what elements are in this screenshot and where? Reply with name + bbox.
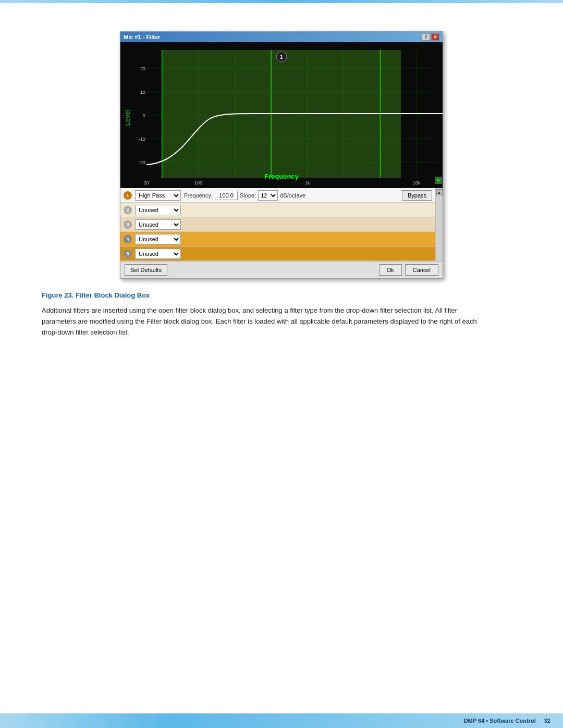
footer-product: DMP 64 • Software Control — [464, 718, 536, 724]
body-text: Additional filters are inserted using th… — [42, 305, 490, 338]
unit-label-1: dB/octave — [280, 192, 305, 199]
top-accent-bar — [0, 0, 563, 3]
filter-params-1: Frequency: Slope: 12 dB/octave — [184, 190, 305, 201]
cancel-button[interactable]: Cancel — [405, 264, 438, 276]
dialog-title: Mic #1 - Filter — [124, 34, 160, 40]
svg-text:▼: ▼ — [436, 178, 441, 183]
figure-label: Figure 23. — [42, 291, 74, 299]
row-number-1: 1 — [124, 191, 132, 200]
svg-text:Frequency: Frequency — [264, 172, 299, 180]
row-number-2: 2 — [124, 206, 132, 214]
filter-dialog-box: Mic #1 - Filter ? ✕ — [120, 31, 443, 279]
titlebar-buttons: ? ✕ — [422, 33, 439, 41]
dialog-bottom-bar: Set Defaults Ok Cancel — [120, 261, 443, 278]
filter-type-select-5[interactable]: Unused — [135, 249, 181, 259]
dialog-titlebar: Mic #1 - Filter ? ✕ — [120, 32, 443, 42]
filter-type-select-4[interactable]: Unused — [135, 234, 181, 244]
filter-rows: 1 High Pass Frequency: Slope: 12 — [120, 188, 435, 261]
svg-text:1: 1 — [280, 54, 283, 60]
filter-type-select-2[interactable]: Unused — [135, 205, 181, 215]
slope-label-1: Slope: — [240, 192, 256, 199]
figure-title: Filter Block Dialog Box — [76, 291, 150, 299]
filter-scrollbar: ▲ — [435, 188, 443, 261]
help-button[interactable]: ? — [422, 33, 430, 41]
slope-select-1[interactable]: 12 — [258, 190, 278, 201]
scroll-up-arrow[interactable]: ▲ — [436, 189, 443, 195]
footer-page: 32 — [544, 718, 550, 724]
freq-input-1[interactable] — [215, 191, 238, 200]
dialog-wrapper: Mic #1 - Filter ? ✕ — [42, 31, 521, 279]
svg-text:0: 0 — [143, 113, 145, 118]
row-number-5: 5 — [124, 250, 132, 258]
filter-row-1: 1 High Pass Frequency: Slope: 12 — [120, 188, 435, 203]
filter-chart: Level 20 10 0 -10 -20 20 100 1k 10k — [120, 42, 443, 188]
filter-type-select-1[interactable]: High Pass — [135, 190, 181, 201]
filter-row-5: 5 Unused — [120, 246, 435, 261]
set-defaults-button[interactable]: Set Defaults — [125, 264, 167, 276]
filter-row-2: 2 Unused — [120, 203, 435, 217]
filter-type-select-3[interactable]: Unused — [135, 219, 181, 230]
svg-text:1k: 1k — [305, 180, 310, 186]
ok-button[interactable]: Ok — [379, 264, 402, 276]
svg-text:-20: -20 — [139, 160, 145, 165]
row-number-3: 3 — [124, 220, 132, 229]
footer-bar: DMP 64 • Software Control 32 — [0, 713, 563, 728]
bypass-button-1[interactable]: Bypass — [402, 190, 432, 201]
svg-text:20: 20 — [140, 66, 145, 71]
close-button[interactable]: ✕ — [431, 33, 439, 41]
chart-svg: Level 20 10 0 -10 -20 20 100 1k 10k — [120, 42, 443, 188]
filter-row-4: 4 Unused — [120, 232, 435, 246]
freq-label-1: Frequency: — [184, 192, 213, 199]
dialog-action-buttons: Ok Cancel — [379, 264, 438, 276]
y-axis-label: Level — [124, 109, 131, 126]
filter-row-3: 3 Unused — [120, 217, 435, 232]
svg-text:10k: 10k — [413, 180, 421, 186]
svg-text:100: 100 — [194, 180, 202, 186]
row-number-4: 4 — [124, 235, 132, 243]
svg-text:20: 20 — [144, 180, 149, 186]
figure-caption: Figure 23. Filter Block Dialog Box — [42, 291, 521, 299]
filter-area: 1 High Pass Frequency: Slope: 12 — [120, 188, 443, 261]
svg-text:-10: -10 — [139, 137, 145, 142]
svg-text:10: 10 — [140, 90, 145, 95]
